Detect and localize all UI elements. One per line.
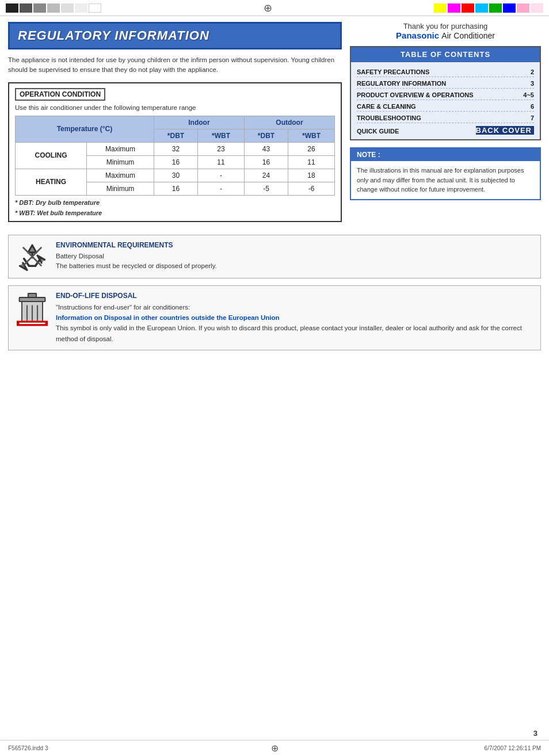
cooling-max-outdoor-dbt: 43 (244, 142, 288, 155)
environmental-body: Battery Disposal The batteries must be r… (56, 251, 532, 272)
heating-min-indoor-dbt: 16 (154, 182, 197, 195)
color-block-magenta (448, 3, 460, 13)
eol-title: END-OF-LIFE DISPOSAL (56, 292, 532, 300)
toc-safety-label: SAFETY PRECAUTIONS (357, 68, 518, 75)
color-block-light-gray (47, 3, 60, 13)
temp-column-header: Temperature (°C) (16, 116, 154, 142)
indoor-wbt-header: *WBT (198, 129, 245, 142)
svg-rect-7 (20, 297, 45, 301)
wbt-note-text: Wet bulb temperature (37, 209, 102, 216)
heating-max-outdoor-wbt: 18 (288, 169, 335, 182)
note-title: NOTE : (351, 148, 540, 161)
color-blocks-left (6, 3, 101, 13)
heating-max-indoor-wbt: - (198, 169, 245, 182)
toc-quickguide-label: QUICK GUIDE (357, 128, 476, 135)
cooling-max-indoor-dbt: 32 (154, 142, 197, 155)
outdoor-header: Outdoor (244, 116, 334, 129)
cooling-max-outdoor-wbt: 26 (288, 142, 335, 155)
environmental-text: ENVIRONMENTAL REQUIREMENTS Battery Dispo… (56, 241, 532, 272)
eol-body: "Instructions for end-user" for air cond… (56, 302, 532, 345)
color-block-cyan (475, 3, 488, 13)
operation-condition-box: OPERATION CONDITION Use this air conditi… (8, 82, 342, 222)
outdoor-dbt-header: *DBT (244, 129, 288, 142)
right-column: Thank you for purchasing Panasonic Air C… (350, 22, 541, 222)
toc-item-quickguide: QUICK GUIDE BACK COVER (357, 123, 534, 136)
toc-item-troubleshooting: TROUBLESHOOTING 7 (357, 112, 534, 123)
toc-product-num: 4~5 (518, 91, 534, 98)
color-block-white-gray (75, 3, 87, 13)
eol-section: END-OF-LIFE DISPOSAL "Instructions for e… (8, 285, 541, 351)
temperature-table: Temperature (°C) Indoor Outdoor *DBT *WB… (15, 116, 335, 196)
color-block-very-light-gray (61, 3, 74, 13)
toc-troubleshooting-num: 7 (518, 114, 534, 121)
table-row: COOLING Maximum 32 23 43 26 (16, 142, 335, 155)
operation-condition-subtitle: Use this air conditioner under the follo… (15, 104, 335, 111)
cooling-min-indoor-dbt: 16 (154, 155, 197, 169)
toc-item-care: CARE & CLEANING 6 (357, 100, 534, 112)
color-block-pink (517, 3, 529, 13)
cooling-min-indoor-wbt: 11 (198, 155, 245, 169)
dbt-note-label: * DBT: (15, 199, 34, 206)
toc-item-safety: SAFETY PRECAUTIONS 2 (357, 66, 534, 77)
cooling-min-label: Minimum (87, 155, 154, 169)
color-block-red (462, 3, 474, 13)
wbt-note-label: * WBT: (15, 209, 35, 216)
toc-safety-num: 2 (518, 68, 534, 75)
toc-box: TABLE OF CONTENTS SAFETY PRECAUTIONS 2 R… (350, 46, 541, 140)
page-number: 3 (533, 729, 537, 738)
product-name: Air Conditioner (441, 31, 495, 40)
toc-regulatory-num: 3 (518, 80, 534, 87)
color-block-green (489, 3, 502, 13)
cooling-min-outdoor-dbt: 16 (244, 155, 288, 169)
eol-line2: This symbol is only valid in the Europea… (56, 324, 522, 342)
color-block-white (89, 3, 101, 13)
toc-regulatory-label: REGULATORY INFORMATION (357, 80, 518, 87)
environmental-section: ENVIRONMENTAL REQUIREMENTS Battery Dispo… (8, 235, 541, 278)
cooling-max-label: Maximum (87, 142, 154, 155)
heating-min-outdoor-dbt: -5 (244, 182, 288, 195)
dbt-note: * DBT: Dry bulb temperature (15, 199, 335, 206)
color-blocks-right (434, 3, 543, 13)
environmental-line1: Battery Disposal (56, 253, 104, 259)
bottom-bar: F565726.indd 3 ⊕ 6/7/2007 12:26:11 PM (0, 740, 549, 756)
heating-label: HEATING (16, 169, 87, 195)
toc-care-label: CARE & CLEANING (357, 103, 518, 110)
heating-max-indoor-dbt: 30 (154, 169, 197, 182)
thank-you-text: Thank you for purchasing (350, 22, 541, 30)
toc-care-num: 6 (518, 103, 534, 110)
indoor-dbt-header: *DBT (154, 129, 197, 142)
toc-item-regulatory: REGULATORY INFORMATION 3 (357, 77, 534, 89)
circle-registration-mark-bottom: ⊕ (186, 743, 364, 754)
circle-registration-mark-top: ⊕ (101, 2, 434, 14)
eol-icon (17, 292, 48, 323)
toc-troubleshooting-label: TROUBLESHOOTING (357, 114, 518, 121)
color-block-yellow (434, 3, 447, 13)
color-block-gray (33, 3, 46, 13)
wbt-note: * WBT: Wet bulb temperature (15, 209, 335, 216)
heating-min-label: Minimum (87, 182, 154, 195)
regulatory-information-title: REGULATORY INFORMATION (8, 22, 342, 49)
color-block-blue (503, 3, 516, 13)
eol-svg (17, 292, 48, 329)
dbt-note-text: Dry bulb temperature (36, 199, 100, 206)
cooling-min-outdoor-wbt: 11 (288, 155, 335, 169)
outdoor-wbt-header: *WBT (288, 129, 335, 142)
recycle-icon (17, 241, 48, 272)
indoor-header: Indoor (154, 116, 244, 129)
heating-max-outdoor-dbt: 24 (244, 169, 288, 182)
toc-quickguide-backcover: BACK COVER (476, 126, 534, 135)
heating-max-label: Maximum (87, 169, 154, 182)
left-column: REGULATORY INFORMATION The appliance is … (8, 22, 342, 222)
brand-name: Panasonic (396, 30, 439, 40)
heating-min-indoor-wbt: - (198, 182, 245, 195)
color-block-dark-gray (20, 3, 32, 13)
table-row: HEATING Maximum 30 - 24 18 (16, 169, 335, 182)
environmental-line2: The batteries must be recycled or dispos… (56, 262, 217, 269)
bottom-left: F565726.indd 3 (8, 745, 186, 751)
color-block-light-pink (531, 3, 543, 13)
operation-condition-title: OPERATION CONDITION (15, 88, 105, 101)
toc-title: TABLE OF CONTENTS (351, 47, 540, 62)
eol-line1: "Instructions for end-user" for air cond… (56, 304, 190, 311)
heating-min-outdoor-wbt: -6 (288, 182, 335, 195)
eol-text: END-OF-LIFE DISPOSAL "Instructions for e… (56, 292, 532, 345)
